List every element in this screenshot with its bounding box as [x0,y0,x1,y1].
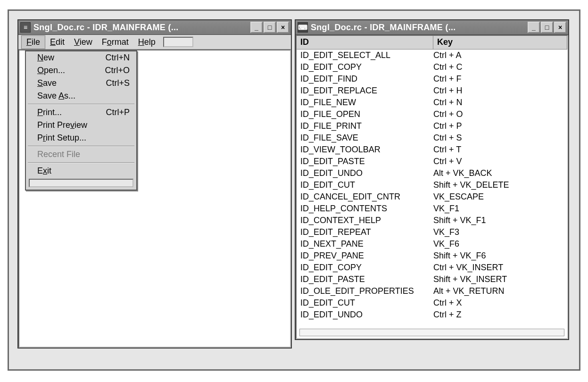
accel-id: ID_HELP_CONTENTS [300,203,433,215]
table-row[interactable]: ID_EDIT_FINDCtrl + F [297,73,567,85]
table-row[interactable]: ID_EDIT_UNDOAlt + VK_BACK [297,167,567,179]
table-row[interactable]: ID_VIEW_TOOLBARCtrl + T [297,144,567,156]
table-row[interactable]: ID_EDIT_PASTECtrl + V [297,156,567,167]
table-row[interactable]: ID_FILE_NEWCtrl + N [297,97,567,108]
table-row[interactable]: ID_OLE_EDIT_PROPERTIESAlt + VK_RETURN [297,285,567,297]
table-row[interactable]: ID_HELP_CONTENTSVK_F1 [297,203,567,215]
accelerator-body: ID Key ID_EDIT_SELECT_ALLCtrl + AID_EDIT… [296,35,568,339]
table-row[interactable]: ID_EDIT_CUTCtrl + X [297,297,567,309]
accel-id: ID_EDIT_CUT [300,179,433,191]
table-row[interactable]: ID_PREV_PANEShift + VK_F6 [297,250,567,262]
table-row[interactable]: ID_EDIT_UNDOCtrl + Z [297,309,567,321]
titlebar-left[interactable]: ≡ Sngl_Doc.rc - IDR_MAINFRAME (... _ □ × [18,20,291,35]
titlebar-right[interactable]: ⌨ Sngl_Doc.rc - IDR_MAINFRAME (... _ □ × [296,20,568,35]
accel-key: Ctrl + S [433,132,563,144]
accel-id: ID_NEXT_PANE [300,238,433,250]
table-row[interactable]: ID_EDIT_COPYCtrl + VK_INSERT [297,262,567,274]
menu-help[interactable]: Help [133,36,160,49]
accel-key: Shift + VK_F1 [433,215,563,226]
table-row[interactable]: ID_FILE_SAVECtrl + S [297,132,567,144]
accel-id: ID_PREV_PANE [300,250,433,262]
accel-id: ID_EDIT_SELECT_ALL [300,50,433,61]
menu-new[interactable]: New Ctrl+N [26,51,136,64]
accel-id: ID_FILE_PRINT [300,120,433,132]
accel-key: Shift + VK_INSERT [433,274,563,285]
table-row[interactable]: ID_EDIT_REPEATVK_F3 [297,226,567,238]
accel-key: Ctrl + P [433,120,563,132]
menu-format[interactable]: Format [97,36,133,49]
new-accelerator-slot[interactable] [299,329,564,336]
table-row[interactable]: ID_EDIT_CUTShift + VK_DELETE [297,179,567,191]
accel-key: Ctrl + Z [433,309,563,321]
menu-print-setup[interactable]: Print Setup... [26,132,136,144]
close-button[interactable]: × [277,22,289,33]
separator [28,104,134,105]
accel-id: ID_FILE_SAVE [300,132,433,144]
table-row[interactable]: ID_CONTEXT_HELPShift + VK_F1 [297,215,567,226]
accel-id: ID_EDIT_REPEAT [300,226,433,238]
column-headers: ID Key [297,36,567,50]
accel-key: Ctrl + H [433,85,563,97]
accelerator-rows: ID_EDIT_SELECT_ALLCtrl + AID_EDIT_COPYCt… [297,50,567,328]
menu-file[interactable]: File [21,35,45,49]
accel-key: Ctrl + VK_INSERT [433,262,563,274]
accel-key: Ctrl + X [433,297,563,309]
menu-exit[interactable]: Exit [26,165,136,177]
menu-editor-icon: ≡ [20,22,31,33]
menu-open[interactable]: Open... Ctrl+O [26,64,136,77]
menu-print-preview[interactable]: Print Preview [26,119,136,132]
accel-id: ID_OLE_EDIT_PROPERTIES [300,285,433,297]
table-row[interactable]: ID_EDIT_SELECT_ALLCtrl + A [297,50,567,61]
accel-key: VK_F1 [433,203,563,215]
table-row[interactable]: ID_EDIT_PASTEShift + VK_INSERT [297,274,567,285]
menubar: File Edit View Format Help [18,35,291,50]
column-header-id[interactable]: ID [297,36,433,49]
accelerator-icon: ⌨ [298,22,308,33]
accel-id: ID_EDIT_REPLACE [300,85,433,97]
accelerator-table-window: ⌨ Sngl_Doc.rc - IDR_MAINFRAME (... _ □ ×… [295,19,569,340]
accel-id: ID_EDIT_PASTE [300,156,433,167]
accel-id: ID_CONTEXT_HELP [300,215,433,226]
maximize-button[interactable]: □ [541,22,553,33]
accel-id: ID_FILE_OPEN [300,108,433,120]
accel-key: Ctrl + V [433,156,563,167]
close-button[interactable]: × [554,22,566,33]
accel-key: Shift + VK_DELETE [433,179,563,191]
accel-key: Ctrl + C [433,61,563,73]
table-row[interactable]: ID_FILE_OPENCtrl + O [297,108,567,120]
table-row[interactable]: ID_NEXT_PANEVK_F6 [297,238,567,250]
menu-view[interactable]: View [69,36,97,49]
menu-edit[interactable]: Edit [45,36,69,49]
accel-key: VK_F3 [433,226,563,238]
menu-save-as[interactable]: Save As... [26,90,136,102]
table-row[interactable]: ID_FILE_PRINTCtrl + P [297,120,567,132]
accel-id: ID_EDIT_COPY [300,262,433,274]
maximize-button[interactable]: □ [264,22,276,33]
accel-key: Ctrl + A [433,50,563,61]
table-row[interactable]: ID_EDIT_COPYCtrl + C [297,61,567,73]
accel-key: Alt + VK_BACK [433,167,563,179]
table-row[interactable]: ID_CANCEL_EDIT_CNTRVK_ESCAPE [297,191,567,203]
column-header-key[interactable]: Key [433,36,567,49]
minimize-button[interactable]: _ [250,22,263,33]
new-top-menu-slot[interactable] [163,37,193,47]
menu-print[interactable]: Print... Ctrl+P [26,106,136,119]
minimize-button[interactable]: _ [528,22,540,33]
accel-key: Ctrl + T [433,144,563,156]
table-row[interactable]: ID_EDIT_REPLACECtrl + H [297,85,567,97]
file-menu-dropdown: New Ctrl+N Open... Ctrl+O Save Ctrl+S [25,50,137,191]
accel-id: ID_FILE_NEW [300,97,433,108]
accel-id: ID_EDIT_CUT [300,297,433,309]
window-title-right: Sngl_Doc.rc - IDR_MAINFRAME (... [311,23,528,33]
menu-recent-file[interactable]: Recent File [26,148,136,161]
new-menu-item-slot[interactable] [29,179,133,187]
window-title-left: Sngl_Doc.rc - IDR_MAINFRAME (... [33,23,250,33]
accel-key: Ctrl + O [433,108,563,120]
separator [28,162,134,163]
accel-key: Ctrl + F [433,73,563,85]
menu-save[interactable]: Save Ctrl+S [26,77,136,90]
accel-id: ID_EDIT_FIND [300,73,433,85]
menu-editor-window: ≡ Sngl_Doc.rc - IDR_MAINFRAME (... _ □ ×… [17,19,292,349]
accel-key: Shift + VK_F6 [433,250,563,262]
menu-client-area: New Ctrl+N Open... Ctrl+O Save Ctrl+S [18,50,291,348]
